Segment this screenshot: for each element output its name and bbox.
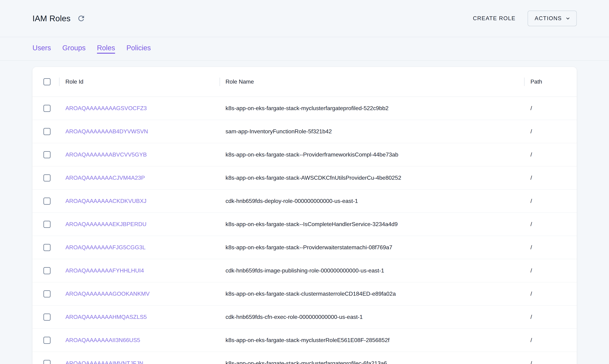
chevron-down-icon — [565, 15, 571, 22]
role-name-cell: cdk-hnb659fds-image-publishing-role-0000… — [220, 267, 524, 274]
refresh-icon — [77, 14, 85, 23]
role-name-cell: k8s-app-on-eks-fargate-stack-myclusterfa… — [220, 360, 524, 364]
role-id-link[interactable]: AROAQAAAAAAACKDKVUBXJ — [65, 198, 146, 204]
actions-button-label: ACTIONS — [535, 15, 562, 22]
table-row: AROAQAAAAAAAHMQASZLS5 cdk-hnb659fds-cfn-… — [32, 306, 577, 329]
role-id-cell: AROAQAAAAAAACKDKVUBXJ — [59, 198, 220, 204]
role-path-cell: / — [524, 151, 577, 158]
role-id-cell: AROAQAAAAAAAII3N66US5 — [59, 337, 220, 343]
tab-policies[interactable]: Policies — [126, 44, 151, 54]
role-id-link[interactable]: AROAQAAAAAAAII3N66US5 — [65, 337, 140, 343]
row-checkbox[interactable] — [43, 198, 51, 205]
table-row: AROAQAAAAAAACJVM4A23P k8s-app-on-eks-far… — [32, 166, 577, 190]
role-path-cell: / — [524, 290, 577, 297]
role-name-cell: sam-app-InventoryFunctionRole-5f321b42 — [220, 128, 524, 135]
role-id-cell: AROAQAAAAAAAGOOKANKMV — [59, 290, 220, 297]
row-checkbox-cell — [32, 267, 59, 274]
tab-users[interactable]: Users — [32, 44, 51, 54]
role-id-link[interactable]: AROAQAAAAAAABVCVV5GYB — [65, 151, 147, 158]
table-row: AROAQAAAAAAAIMVNTJFJN k8s-app-on-eks-far… — [32, 352, 577, 364]
role-id-link[interactable]: AROAQAAAAAAAFJG5CGG3L — [65, 244, 146, 250]
role-id-cell: AROAQAAAAAAACJVM4A23P — [59, 175, 220, 181]
role-name-cell: cdk-hnb659fds-cfn-exec-role-000000000000… — [220, 314, 524, 320]
tab-bar: Users Groups Roles Policies — [0, 37, 609, 61]
role-id-link[interactable]: AROAQAAAAAAAAGSVOCFZ3 — [65, 105, 147, 111]
table-row: AROAQAAAAAAAEKJBPERDU k8s-app-on-eks-far… — [32, 213, 577, 236]
row-checkbox[interactable] — [43, 337, 51, 344]
role-name-cell: k8s-app-on-eks-fargate-stack--IsComplete… — [220, 221, 524, 228]
create-role-button[interactable]: CREATE ROLE — [473, 15, 516, 22]
table-body: AROAQAAAAAAAAGSVOCFZ3 k8s-app-on-eks-far… — [32, 97, 577, 364]
row-checkbox-cell — [32, 151, 59, 158]
row-checkbox[interactable] — [43, 267, 51, 274]
role-name-cell: k8s-app-on-eks-fargate-stack--Providerfr… — [220, 151, 524, 158]
role-name-cell: k8s-app-on-eks-fargate-stack-myclusterfa… — [220, 105, 524, 112]
table-row: AROAQAAAAAAAAGSVOCFZ3 k8s-app-on-eks-far… — [32, 97, 577, 120]
role-id-cell: AROAQAAAAAAAEKJBPERDU — [59, 221, 220, 228]
role-path-cell: / — [524, 314, 577, 320]
column-header-path: Path — [524, 67, 577, 96]
role-id-link[interactable]: AROAQAAAAAAAIMVNTJFJN — [65, 360, 143, 364]
actions-button[interactable]: ACTIONS — [528, 11, 577, 26]
row-checkbox[interactable] — [43, 290, 51, 298]
role-id-link[interactable]: AROAQAAAAAAAEKJBPERDU — [65, 221, 146, 227]
role-id-cell: AROAQAAAAAAAB4DYVWSVN — [59, 128, 220, 135]
role-path-cell: / — [524, 221, 577, 228]
row-checkbox[interactable] — [43, 313, 51, 321]
column-header-role-name: Role Name — [220, 67, 524, 96]
role-path-cell: / — [524, 267, 577, 274]
row-checkbox[interactable] — [43, 221, 51, 228]
role-id-link[interactable]: AROAQAAAAAAAFYHHLHUI4 — [65, 267, 144, 274]
role-path-cell: / — [524, 244, 577, 251]
role-path-cell: / — [524, 337, 577, 343]
row-checkbox[interactable] — [43, 151, 51, 158]
row-checkbox-cell — [32, 290, 59, 298]
header-actions: CREATE ROLE ACTIONS — [473, 11, 577, 26]
role-path-cell: / — [524, 128, 577, 135]
table-row: AROAQAAAAAAACKDKVUBXJ cdk-hnb659fds-depl… — [32, 190, 577, 213]
select-all-cell — [32, 67, 59, 96]
role-name-cell: k8s-app-on-eks-fargate-stack-myclusterRo… — [220, 337, 524, 343]
row-checkbox[interactable] — [43, 244, 51, 251]
role-id-cell: AROAQAAAAAAAFYHHLHUI4 — [59, 267, 220, 274]
role-path-cell: / — [524, 175, 577, 181]
roles-table-card: Role Id Role Name Path AROAQAAAAAAAAGSVO… — [32, 67, 577, 364]
table-header-row: Role Id Role Name Path — [32, 67, 577, 97]
row-checkbox-cell — [32, 244, 59, 251]
row-checkbox-cell — [32, 105, 59, 112]
role-id-cell: AROAQAAAAAAAIMVNTJFJN — [59, 360, 220, 364]
row-checkbox-cell — [32, 174, 59, 182]
role-id-link[interactable]: AROAQAAAAAAAGOOKANKMV — [65, 290, 150, 297]
row-checkbox[interactable] — [43, 128, 51, 135]
tab-roles[interactable]: Roles — [97, 44, 115, 54]
page-header: IAM Roles CREATE ROLE ACTIONS — [0, 0, 609, 37]
select-all-checkbox[interactable] — [43, 78, 51, 85]
role-path-cell: / — [524, 360, 577, 364]
table-row: AROAQAAAAAAAII3N66US5 k8s-app-on-eks-far… — [32, 329, 577, 352]
row-checkbox[interactable] — [43, 360, 51, 364]
title-row: IAM Roles — [32, 13, 86, 24]
table-row: AROAQAAAAAAAB4DYVWSVN sam-app-InventoryF… — [32, 120, 577, 143]
role-id-link[interactable]: AROAQAAAAAAAB4DYVWSVN — [65, 128, 148, 135]
row-checkbox-cell — [32, 360, 59, 364]
table-row: AROAQAAAAAAAFYHHLHUI4 cdk-hnb659fds-imag… — [32, 259, 577, 282]
row-checkbox[interactable] — [43, 174, 51, 182]
role-id-link[interactable]: AROAQAAAAAAAHMQASZLS5 — [65, 314, 147, 320]
row-checkbox-cell — [32, 337, 59, 344]
role-id-link[interactable]: AROAQAAAAAAACJVM4A23P — [65, 175, 145, 181]
role-name-cell: k8s-app-on-eks-fargate-stack-clustermast… — [220, 290, 524, 297]
row-checkbox[interactable] — [43, 105, 51, 112]
row-checkbox-cell — [32, 128, 59, 135]
table-row: AROAQAAAAAAAGOOKANKMV k8s-app-on-eks-far… — [32, 282, 577, 306]
role-path-cell: / — [524, 198, 577, 204]
row-checkbox-cell — [32, 221, 59, 228]
role-id-cell: AROAQAAAAAAAAGSVOCFZ3 — [59, 105, 220, 112]
refresh-button[interactable] — [76, 13, 86, 24]
row-checkbox-cell — [32, 313, 59, 321]
role-name-cell: cdk-hnb659fds-deploy-role-000000000000-u… — [220, 198, 524, 204]
tab-groups[interactable]: Groups — [62, 44, 85, 54]
role-id-cell: AROAQAAAAAAAFJG5CGG3L — [59, 244, 220, 251]
table-row: AROAQAAAAAAABVCVV5GYB k8s-app-on-eks-far… — [32, 143, 577, 166]
role-id-cell: AROAQAAAAAAABVCVV5GYB — [59, 151, 220, 158]
row-checkbox-cell — [32, 198, 59, 205]
